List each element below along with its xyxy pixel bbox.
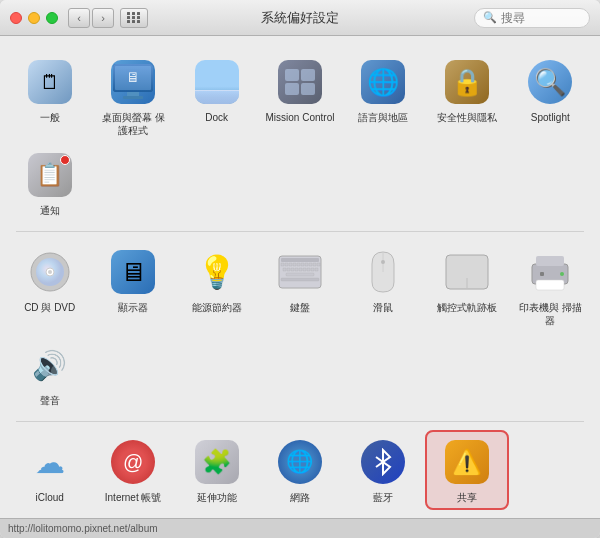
spotlight-icon: 🔍	[524, 56, 576, 108]
section-internet: ☁iCloud@Internet 帳號🧩延伸功能🌐網路藍牙⚠️共享	[8, 426, 592, 514]
energy-label: 能源節約器	[192, 301, 242, 314]
printer-label: 印表機與 掃描器	[514, 301, 586, 327]
svg-rect-38	[536, 256, 564, 266]
mouse-icon	[357, 246, 409, 298]
grid-item-extension[interactable]: 🧩延伸功能	[175, 430, 258, 510]
svg-rect-32	[281, 278, 319, 281]
nav-buttons: ‹ ›	[68, 8, 114, 28]
cd-label: CD 與 DVD	[24, 301, 75, 314]
close-button[interactable]	[10, 12, 22, 24]
keyboard-label: 鍵盤	[290, 301, 310, 314]
trackpad-label: 觸控式軌跡板	[437, 301, 497, 314]
svg-rect-25	[295, 268, 298, 271]
sound-label: 聲音	[40, 394, 60, 407]
grid-item-keyboard[interactable]: 鍵盤	[258, 240, 341, 333]
grid-view-button[interactable]	[120, 8, 148, 28]
network-icon: 🌐	[274, 436, 326, 488]
general-icon: 🗒	[24, 56, 76, 108]
grid-item-language[interactable]: 🌐語言與地區	[342, 50, 425, 143]
grid-item-display[interactable]: 🖥顯示器	[91, 240, 174, 333]
svg-point-41	[560, 272, 564, 276]
grid-item-notify[interactable]: 📋通知	[8, 143, 91, 223]
svg-point-34	[381, 260, 385, 264]
mission-icon	[274, 56, 326, 108]
icloud-label: iCloud	[36, 491, 64, 504]
svg-rect-39	[536, 280, 564, 290]
svg-rect-30	[315, 268, 318, 271]
grid-item-energy[interactable]: 💡能源節約器	[175, 240, 258, 333]
mouse-label: 滑鼠	[373, 301, 393, 314]
window-title: 系統偏好設定	[261, 9, 339, 27]
grid-item-bluetooth[interactable]: 藍牙	[342, 430, 425, 510]
general-label: 一般	[40, 111, 60, 124]
grid-item-mission[interactable]: Mission Control	[258, 50, 341, 143]
grid-item-spotlight[interactable]: 🔍Spotlight	[509, 50, 592, 143]
grid-item-general[interactable]: 🗒一般	[8, 50, 91, 143]
display-icon: 🖥	[107, 246, 159, 298]
svg-rect-28	[307, 268, 310, 271]
svg-point-9	[48, 270, 52, 274]
sound-icon: 🔊	[24, 339, 76, 391]
keyboard-icon	[274, 246, 326, 298]
grid-item-mouse[interactable]: 滑鼠	[342, 240, 425, 333]
trackpad-icon	[441, 246, 493, 298]
divider-1	[16, 231, 584, 232]
internet-icon: @	[107, 436, 159, 488]
svg-rect-12	[281, 263, 284, 266]
grid-item-sound[interactable]: 🔊聲音	[8, 333, 91, 413]
svg-rect-3	[123, 96, 143, 99]
language-label: 語言與地區	[358, 111, 408, 124]
svg-rect-16	[297, 263, 300, 266]
svg-rect-2	[127, 92, 139, 96]
energy-icon: 💡	[191, 246, 243, 298]
svg-rect-27	[303, 268, 306, 271]
dock-label: Dock	[205, 111, 228, 124]
section-hardware: CD 與 DVD🖥顯示器💡能源節約器鍵盤滑鼠觸控式軌跡板印表機與 掃描器🔊聲音	[8, 236, 592, 417]
grid-item-internet[interactable]: @Internet 帳號	[91, 430, 174, 510]
bluetooth-icon	[357, 436, 409, 488]
divider-2	[16, 421, 584, 422]
grid-item-desktop[interactable]: 🖥桌面與螢幕 保護程式	[91, 50, 174, 143]
share-icon: ⚠️	[441, 436, 493, 488]
grid-item-trackpad[interactable]: 觸控式軌跡板	[425, 240, 508, 333]
network-label: 網路	[290, 491, 310, 504]
share-label: 共享	[457, 491, 477, 504]
mission-label: Mission Control	[266, 111, 335, 124]
desktop-icon: 🖥	[107, 56, 159, 108]
extension-icon: 🧩	[191, 436, 243, 488]
bottom-bar: http://lolitomomo.pixnet.net/album	[0, 518, 600, 538]
maximize-button[interactable]	[46, 12, 58, 24]
security-label: 安全性與隱私	[437, 111, 497, 124]
grid-item-security[interactable]: 🔒安全性與隱私	[425, 50, 508, 143]
bottom-url: http://lolitomomo.pixnet.net/album	[8, 523, 158, 534]
search-icon: 🔍	[483, 11, 497, 24]
search-box[interactable]: 🔍	[474, 8, 590, 28]
back-button[interactable]: ‹	[68, 8, 90, 28]
section-personal: 🗒一般🖥桌面與螢幕 保護程式DockMission Control🌐語言與地區🔒…	[8, 46, 592, 227]
security-icon: 🔒	[441, 56, 493, 108]
cd-icon	[24, 246, 76, 298]
forward-button[interactable]: ›	[92, 8, 114, 28]
svg-rect-29	[311, 268, 314, 271]
grid-item-cd[interactable]: CD 與 DVD	[8, 240, 91, 333]
grid-item-share[interactable]: ⚠️共享	[425, 430, 508, 510]
svg-rect-15	[293, 263, 296, 266]
grid-item-dock[interactable]: Dock	[175, 50, 258, 143]
svg-rect-40	[540, 272, 544, 276]
svg-rect-14	[289, 263, 292, 266]
minimize-button[interactable]	[28, 12, 40, 24]
spotlight-label: Spotlight	[531, 111, 570, 124]
language-icon: 🌐	[357, 56, 409, 108]
dock-icon	[191, 56, 243, 108]
grid-item-printer[interactable]: 印表機與 掃描器	[509, 240, 592, 333]
svg-rect-22	[283, 268, 286, 271]
grid-item-icloud[interactable]: ☁iCloud	[8, 430, 91, 510]
bluetooth-label: 藍牙	[373, 491, 393, 504]
svg-rect-13	[285, 263, 288, 266]
titlebar: ‹ › 系統偏好設定 🔍	[0, 0, 600, 36]
search-input[interactable]	[501, 11, 581, 25]
main-window: ‹ › 系統偏好設定 🔍 🗒一般🖥桌面與螢幕 保護程式DockMission C…	[0, 0, 600, 538]
grid-item-network[interactable]: 🌐網路	[258, 430, 341, 510]
svg-rect-23	[287, 268, 290, 271]
notify-icon: 📋	[24, 149, 76, 201]
